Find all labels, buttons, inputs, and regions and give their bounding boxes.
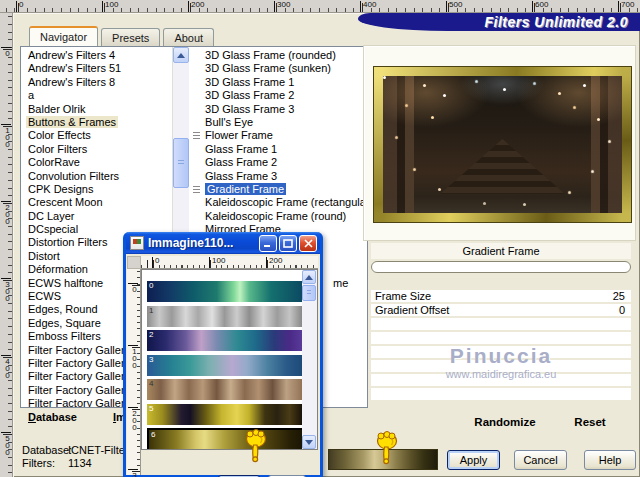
parameter-row[interactable]: Gradient Offset0 xyxy=(371,304,631,316)
filter-item[interactable]: 3D Glass Frame 1 xyxy=(189,76,367,89)
tab[interactable]: About xyxy=(163,28,214,46)
randomize-button[interactable]: Randomize xyxy=(460,416,550,428)
watermark-url: www.maidiregrafica.eu xyxy=(401,368,601,380)
database-button[interactable]: Database xyxy=(28,411,77,423)
item-label: Color Filters xyxy=(26,143,89,155)
maximize-icon xyxy=(283,239,293,248)
ruler-label: 0 xyxy=(128,283,138,292)
image-window: Immagine110... 0100200 0100200300 012 xyxy=(123,232,323,477)
screen: 0100200300400500600700 0100200300400500 … xyxy=(0,0,640,477)
gradient-swatch[interactable]: 2 xyxy=(147,330,302,351)
item-label: About xyxy=(174,32,203,44)
apply-button[interactable]: Apply xyxy=(447,450,500,470)
ruler-label: 0 xyxy=(16,1,23,12)
tab[interactable]: Presets xyxy=(101,28,160,46)
item-label: Distort xyxy=(26,250,62,262)
ruler-label: 100 xyxy=(209,257,225,268)
parameter-value: 0 xyxy=(619,304,625,316)
scrollbar-thumb[interactable] xyxy=(173,138,189,188)
category-item[interactable]: Convolution Filters xyxy=(26,170,172,183)
help-button[interactable]: Help xyxy=(584,450,636,470)
filter-stack-icon xyxy=(193,186,200,194)
gradient-swatch[interactable]: 6 xyxy=(147,428,306,450)
cancel-button[interactable]: Cancel xyxy=(514,450,567,470)
item-label: DC Layer xyxy=(26,210,76,222)
item-label: 3D Glass Frame (rounded) xyxy=(205,49,336,61)
category-item[interactable]: Crescent Moon xyxy=(26,196,172,209)
swatch-number: 3 xyxy=(149,356,153,364)
swatch-number: 6 xyxy=(151,431,155,439)
filter-item[interactable]: 3D Glass Frame 3 xyxy=(189,103,367,116)
close-button[interactable] xyxy=(299,235,317,252)
filter-item[interactable]: Kaleidoscopic Frame (rectangular) xyxy=(189,196,367,209)
gradient-swatch-viewport: 0123456 xyxy=(141,269,318,450)
item-label: Andrew's Filters 51 xyxy=(26,62,123,74)
item-label: 3D Glass Frame 2 xyxy=(205,89,294,101)
item-label: Kaleidoscopic Frame (rectangular) xyxy=(205,196,367,208)
image-window-title: Immagine110... xyxy=(148,236,257,250)
image-window-titlebar[interactable]: Immagine110... xyxy=(126,232,320,254)
category-item[interactable]: Andrew's Filters 51 xyxy=(26,62,172,75)
horizontal-ruler: 0100200300400500600700 xyxy=(0,0,640,13)
category-item[interactable]: DC Layer xyxy=(26,210,172,223)
filter-item[interactable]: Gradient Frame xyxy=(189,183,367,196)
gradient-swatch[interactable]: 5 xyxy=(147,404,302,425)
category-item[interactable]: CPK Designs xyxy=(26,183,172,196)
item-label: Balder Olrik xyxy=(26,103,87,115)
minimize-button[interactable] xyxy=(259,235,277,252)
scroll-up-button[interactable] xyxy=(173,47,189,63)
scroll-up-button[interactable] xyxy=(302,270,316,284)
close-icon xyxy=(304,239,313,248)
filter-item[interactable]: Glass Frame 2 xyxy=(189,156,367,169)
ruler-label: 0 xyxy=(1,47,11,56)
item-label: Andrew's Filters 4 xyxy=(26,49,117,61)
filter-item[interactable]: Kaleidoscopic Frame (round) xyxy=(189,210,367,223)
item-label: Kaleidoscopic Frame (round) xyxy=(205,210,346,222)
filter-item[interactable]: 3D Glass Frame (rounded) xyxy=(189,49,367,62)
category-item[interactable]: Color Effects xyxy=(26,129,172,142)
category-item[interactable]: a xyxy=(26,89,172,102)
gradient-swatch[interactable]: 1 xyxy=(147,306,302,327)
image-file-icon xyxy=(130,236,144,250)
item-label: DCspecial xyxy=(26,223,80,235)
parameter-row[interactable] xyxy=(371,318,631,330)
category-item[interactable]: Color Filters xyxy=(26,143,172,156)
parameter-label: Gradient Offset xyxy=(375,304,449,316)
category-item[interactable]: Andrew's Filters 4 xyxy=(26,49,172,62)
hand-cursor xyxy=(374,431,400,465)
item-label: Bull's Eye xyxy=(205,116,253,128)
category-item[interactable]: Andrew's Filters 8 xyxy=(26,76,172,89)
parameter-row[interactable] xyxy=(371,332,631,344)
filter-item[interactable]: Glass Frame 3 xyxy=(189,170,367,183)
item-label: 3D Glass Frame 1 xyxy=(205,76,294,88)
item-label: Andrew's Filters 8 xyxy=(26,76,117,88)
filter-item[interactable]: Glass Frame 1 xyxy=(189,143,367,156)
current-filter-name: Gradient Frame xyxy=(462,245,539,257)
category-item[interactable]: Balder Olrik xyxy=(26,103,172,116)
ruler-major-ticks xyxy=(132,269,140,475)
filter-item[interactable]: Bull's Eye xyxy=(189,116,367,129)
parameter-row[interactable] xyxy=(371,388,631,400)
ruler-label: 400 xyxy=(1,355,11,378)
filter-item[interactable]: 3D Glass Frame (sunken) xyxy=(189,62,367,75)
image-vertical-ruler: 0100200300 xyxy=(127,269,141,475)
filter-item[interactable]: Flower Frame xyxy=(189,129,367,142)
gradient-swatch[interactable]: 4 xyxy=(147,379,302,400)
swatch-scrollbar[interactable] xyxy=(302,270,317,449)
gradient-swatch[interactable]: 3 xyxy=(147,355,302,376)
gradient-swatch[interactable]: 0 xyxy=(147,281,302,302)
maximize-button[interactable] xyxy=(279,235,297,252)
filter-item[interactable]: 3D Glass Frame 2 xyxy=(189,89,367,102)
item-label: Convolution Filters xyxy=(26,170,121,182)
category-item[interactable]: Buttons & Frames xyxy=(26,116,172,129)
scrollbar-thumb[interactable] xyxy=(302,285,316,301)
filter-item-partial[interactable]: me xyxy=(333,277,348,289)
parameter-label: Frame Size xyxy=(375,290,431,302)
tab[interactable]: Navigator xyxy=(29,26,98,46)
item-label: 3D Glass Frame (sunken) xyxy=(205,62,331,74)
ruler-label: 0 xyxy=(152,257,159,268)
parameter-row[interactable]: Frame Size25 xyxy=(371,290,631,302)
category-item[interactable]: ColorRave xyxy=(26,156,172,169)
scroll-down-button[interactable] xyxy=(302,435,316,449)
reset-button[interactable]: Reset xyxy=(562,416,618,428)
